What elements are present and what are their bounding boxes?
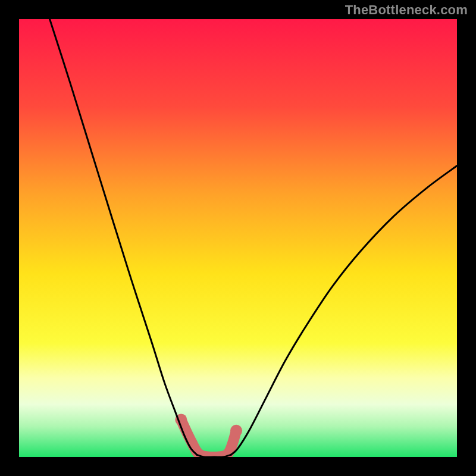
accent-lobe xyxy=(230,425,242,437)
gradient-background xyxy=(19,19,457,457)
bottleneck-chart xyxy=(0,0,476,476)
chart-frame: { "watermark": "TheBottleneck.com", "cha… xyxy=(0,0,476,476)
watermark-text: TheBottleneck.com xyxy=(345,2,468,18)
